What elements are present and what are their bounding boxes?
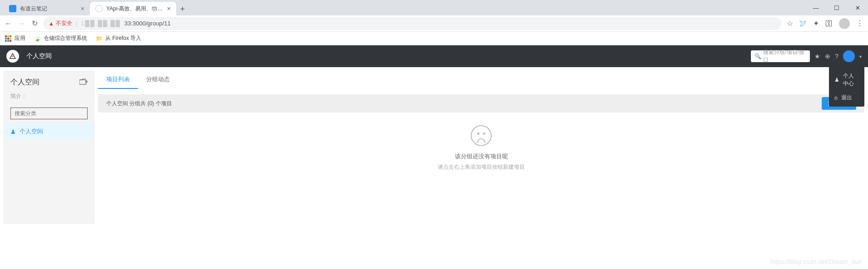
- star-icon[interactable]: ★: [814, 53, 820, 60]
- breadcrumb[interactable]: 个人空间: [26, 52, 52, 60]
- browser-tab-strip: 有道云笔记 × YApi-高效、易用、功能强大的… × + — ☐ ✕: [0, 0, 868, 15]
- close-icon[interactable]: ×: [81, 5, 84, 12]
- header-search[interactable]: 🔍 搜索分组/项目/接口: [751, 50, 810, 62]
- bookmark-1[interactable]: 🍃 仓储综合管理系统: [34, 34, 87, 42]
- svg-rect-2: [10, 35, 11, 37]
- sidebar-intro-label: 简介：: [4, 91, 94, 105]
- sidebar-item-personal[interactable]: ♟ 个人空间: [4, 124, 94, 139]
- browser-tab-0[interactable]: 有道云笔记 ×: [4, 2, 90, 15]
- app-header: 个人空间 🔍 搜索分组/项目/接口 ★ ⊕ ? ▾ ♟ 个人中心 ⎋ 退出: [0, 45, 868, 67]
- svg-rect-1: [7, 35, 9, 37]
- app-logo-icon[interactable]: [6, 50, 19, 63]
- svg-rect-7: [7, 40, 9, 42]
- avatar[interactable]: [843, 50, 855, 62]
- maximize-icon[interactable]: ☐: [826, 0, 847, 15]
- bird-icon[interactable]: 🕊: [799, 20, 807, 28]
- tab-group-activity[interactable]: 分组动态: [138, 71, 178, 89]
- extensions-icon[interactable]: ✦: [813, 19, 819, 28]
- bookmark-label: 仓储综合管理系统: [44, 34, 87, 42]
- insecure-label: 不安全: [56, 20, 72, 27]
- projects-summary: 个人空间 分组共 (0) 个项目: [106, 100, 172, 108]
- note-icon: [9, 5, 16, 12]
- svg-rect-0: [5, 35, 7, 37]
- browser-tab-label: YApi-高效、易用、功能强大的…: [106, 5, 163, 13]
- close-window-icon[interactable]: ✕: [847, 0, 868, 15]
- apps-button[interactable]: 应用: [5, 34, 25, 42]
- menu-icon[interactable]: ⋮: [856, 19, 863, 28]
- header-right: 🔍 搜索分组/项目/接口 ★ ⊕ ? ▾: [751, 50, 862, 62]
- svg-rect-8: [10, 40, 11, 42]
- omnibox[interactable]: ▲ 不安全 | 1██.██.██ 33:3000/group/11: [43, 17, 781, 30]
- sidebar-title: 个人空间: [10, 78, 39, 87]
- minimize-icon[interactable]: —: [805, 0, 826, 15]
- window-controls: — ☐ ✕: [805, 0, 868, 15]
- menu-profile-label: 个人中心: [843, 72, 859, 88]
- browser-tab-label: 有道云笔记: [20, 5, 77, 13]
- toolbar-right-icons: ☆ 🕊 ✦ ⚿ ⋮: [787, 18, 863, 29]
- tab-project-list[interactable]: 项目列表: [98, 71, 138, 89]
- address-bar: ← → ↻ ▲ 不安全 | 1██.██.██ 33:3000/group/11…: [0, 15, 868, 32]
- new-tab-button[interactable]: +: [176, 3, 189, 15]
- folder-icon: 📁: [95, 35, 103, 42]
- sidebar-search-input[interactable]: [15, 110, 84, 117]
- apps-label: 应用: [15, 34, 25, 42]
- sidebar: 个人空间 简介： ♟ 个人空间: [4, 71, 94, 224]
- yapi-icon: [95, 5, 103, 12]
- close-icon[interactable]: ×: [167, 5, 171, 12]
- content: 项目列表 分组动态 个人空间 分组共 (0) 个项目 添加项目 该分组还没有项目…: [98, 71, 864, 224]
- warning-icon: ▲: [49, 20, 54, 27]
- browser-tab-1[interactable]: YApi-高效、易用、功能强大的… ×: [90, 2, 176, 15]
- bookmark-label: 从 Firefox 导入: [105, 34, 141, 42]
- svg-point-10: [12, 56, 14, 57]
- sidebar-item-label: 个人空间: [20, 127, 43, 136]
- chevron-down-icon[interactable]: ▾: [859, 54, 862, 59]
- content-tabs: 项目列表 分组动态: [98, 71, 864, 89]
- logout-icon: ⎋: [834, 95, 838, 101]
- sidebar-search[interactable]: [10, 108, 88, 119]
- nav-icons: ← → ↻: [5, 19, 38, 28]
- add-folder-icon[interactable]: [79, 78, 88, 87]
- svg-rect-6: [5, 40, 7, 42]
- empty-state: 该分组还没有项目呢 请点击右上角添加项目按钮新建项目: [98, 112, 864, 184]
- url-blurred: 1██.██.██: [81, 20, 121, 27]
- leaf-icon: 🍃: [34, 35, 41, 42]
- menu-logout[interactable]: ⎋ 退出: [829, 91, 864, 105]
- svg-rect-4: [7, 38, 9, 39]
- forward-icon[interactable]: →: [18, 20, 25, 28]
- svg-rect-3: [5, 38, 7, 39]
- menu-logout-label: 退出: [841, 94, 852, 102]
- empty-title: 该分组还没有项目呢: [98, 152, 864, 161]
- url-visible: 33:3000/group/11: [124, 20, 171, 27]
- search-icon: 🔍: [755, 53, 761, 59]
- projects-bar: 个人空间 分组共 (0) 个项目 添加项目: [98, 94, 864, 112]
- bookmark-2[interactable]: 📁 从 Firefox 导入: [95, 34, 141, 42]
- user-icon: ♟: [834, 77, 839, 83]
- menu-profile[interactable]: ♟ 个人中心: [829, 69, 864, 91]
- profile-icon[interactable]: [839, 18, 850, 29]
- insecure-badge: ▲ 不安全: [49, 20, 72, 27]
- bookmarks-bar: 应用 🍃 仓储综合管理系统 📁 从 Firefox 导入: [0, 32, 868, 45]
- sidebar-header: 个人空间: [4, 71, 94, 91]
- star-icon[interactable]: ☆: [787, 19, 793, 28]
- user-menu: ♟ 个人中心 ⎋ 退出: [829, 67, 864, 107]
- back-icon[interactable]: ←: [5, 20, 12, 28]
- empty-subtitle: 请点击右上角添加项目按钮新建项目: [98, 163, 864, 171]
- help-icon[interactable]: ?: [835, 53, 838, 60]
- apps-icon: [5, 35, 12, 42]
- watermark: https://blog.csdn.net/Dream_xun: [770, 258, 862, 265]
- key-icon[interactable]: ⚿: [825, 20, 833, 28]
- svg-rect-11: [79, 80, 86, 84]
- separator: |: [76, 20, 77, 27]
- user-icon: ♟: [10, 128, 16, 135]
- main: 个人空间 简介： ♟ 个人空间 项目列表 分组动态 个人空间 分组共 (0) 个…: [0, 67, 868, 228]
- svg-rect-5: [10, 38, 11, 39]
- header-search-placeholder: 搜索分组/项目/接口: [763, 49, 806, 64]
- reload-icon[interactable]: ↻: [32, 19, 38, 28]
- sad-face-icon: [471, 125, 492, 146]
- add-icon[interactable]: ⊕: [825, 53, 830, 60]
